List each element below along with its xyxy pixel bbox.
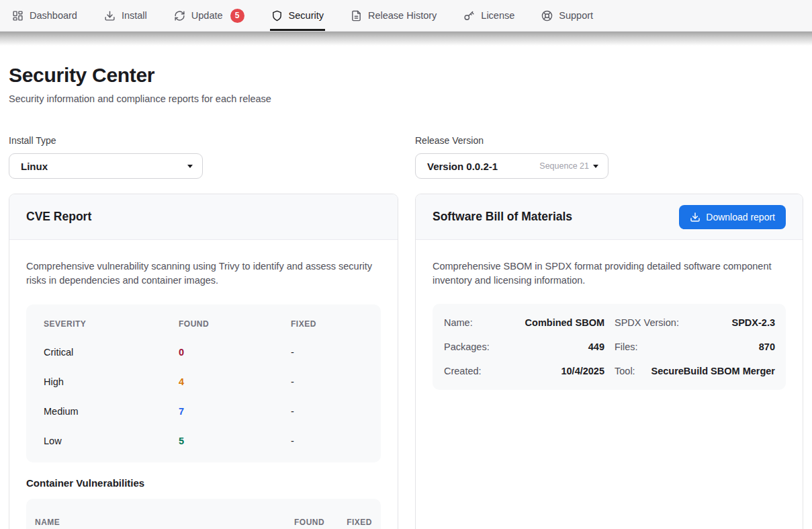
info-label: SPDX Version:: [615, 317, 679, 328]
tab-install-label: Install: [122, 10, 147, 21]
tab-license-label: License: [481, 10, 514, 21]
tab-support-label: Support: [559, 10, 593, 21]
tab-dashboard-label: Dashboard: [30, 10, 77, 21]
dashboard-icon: [12, 10, 24, 22]
release-version-select[interactable]: Version 0.0.2-1 Sequence 21: [415, 153, 608, 179]
release-sequence-label: Sequence 21: [539, 161, 589, 171]
sbom-card-body: Comprehensive SBOM in SPDX format provid…: [416, 240, 803, 407]
fixed-col-header: FIXED: [291, 319, 363, 329]
install-type-filter: Install Type Linux: [9, 135, 398, 179]
install-type-value: Linux: [21, 161, 48, 172]
table-row-high: High 4 -: [26, 367, 381, 397]
info-label: Created:: [444, 366, 482, 376]
fixed-count: -: [291, 406, 363, 417]
info-value: Combined SBOM: [525, 317, 604, 328]
sbom-info-name: Name: Combined SBOM: [444, 311, 604, 335]
info-value: SecureBuild SBOM Merger: [651, 366, 775, 376]
install-type-label: Install Type: [9, 135, 398, 146]
scroll-shade: [0, 32, 812, 46]
filters-row: Install Type Linux Release Version Versi…: [9, 135, 803, 179]
install-type-select[interactable]: Linux: [9, 153, 203, 179]
release-version-label: Release Version: [415, 135, 803, 146]
shield-icon: [271, 10, 283, 22]
found-col-header: FOUND: [179, 319, 291, 329]
sbom-card-header: Software Bill of Materials Download repo…: [416, 194, 803, 240]
severity-label: Low: [44, 436, 179, 446]
cve-description: Comprehensive vulnerability scanning usi…: [26, 259, 377, 288]
info-label: Packages:: [444, 341, 490, 352]
found-count: 0: [179, 347, 291, 358]
release-version-value: Version 0.0.2-1: [427, 161, 498, 172]
sbom-info-grid: Name: Combined SBOM SPDX Version: SPDX-2…: [433, 304, 786, 390]
update-count-badge: 5: [230, 9, 244, 23]
severity-table-header: SEVERITY FOUND FIXED: [26, 310, 381, 337]
security-center-page: Security Center Security information and…: [0, 64, 812, 529]
cve-card-title: CVE Report: [26, 210, 91, 224]
info-value: 449: [588, 341, 604, 352]
found-col-header: FOUND: [294, 518, 324, 527]
cve-report-card: CVE Report Comprehensive vulnerability s…: [9, 194, 398, 529]
info-label: Tool:: [615, 366, 635, 376]
info-value: 870: [759, 341, 775, 352]
found-count: 7: [179, 406, 291, 417]
sbom-info-tool: Tool: SecureBuild SBOM Merger: [615, 359, 775, 383]
info-label: Name:: [444, 317, 473, 328]
fixed-count: -: [291, 376, 363, 387]
tab-support[interactable]: Support: [541, 0, 593, 31]
refresh-icon: [174, 10, 185, 22]
info-label: Files:: [615, 341, 638, 352]
found-count: 5: [179, 436, 291, 446]
file-text-icon: [351, 10, 362, 22]
tab-update[interactable]: Update 5: [174, 0, 244, 31]
fixed-col-header: FIXED: [347, 518, 372, 527]
download-icon: [104, 10, 116, 22]
severity-col-header: SEVERITY: [44, 319, 179, 329]
fixed-count: -: [291, 347, 363, 358]
key-icon: [463, 10, 475, 22]
container-vulnerabilities-table-header: NAME FOUND FIXED: [26, 499, 381, 529]
table-row-medium: Medium 7 -: [26, 397, 381, 426]
sbom-info-spdx-version: SPDX Version: SPDX-2.3: [615, 311, 775, 335]
sbom-info-packages: Packages: 449: [444, 335, 604, 359]
tab-dashboard[interactable]: Dashboard: [12, 0, 77, 31]
table-row-low: Low 5 -: [26, 426, 381, 456]
table-row-critical: Critical 0 -: [26, 337, 381, 367]
release-version-filter: Release Version Version 0.0.2-1 Sequence…: [415, 135, 803, 179]
download-report-button[interactable]: Download report: [679, 205, 786, 229]
cve-card-header: CVE Report: [9, 194, 398, 240]
chevron-down-icon: [593, 165, 598, 168]
info-value: 10/4/2025: [561, 366, 604, 376]
severity-label: Medium: [44, 406, 179, 417]
tab-release-history[interactable]: Release History: [351, 0, 437, 31]
tab-license[interactable]: License: [463, 0, 514, 31]
tab-security[interactable]: Security: [271, 0, 324, 31]
page-subtitle: Security information and compliance repo…: [9, 93, 803, 104]
chevron-down-icon: [187, 165, 193, 168]
severity-table: SEVERITY FOUND FIXED Critical 0 - High 4…: [26, 304, 381, 462]
severity-label: Critical: [44, 347, 179, 358]
download-report-label: Download report: [706, 212, 775, 222]
info-value: SPDX-2.3: [732, 317, 775, 328]
fixed-count: -: [291, 436, 363, 446]
sbom-card: Software Bill of Materials Download repo…: [415, 194, 803, 529]
tab-security-label: Security: [289, 10, 324, 21]
tab-release-history-label: Release History: [368, 10, 437, 21]
sbom-description: Comprehensive SBOM in SPDX format provid…: [433, 259, 776, 288]
tab-install[interactable]: Install: [104, 0, 147, 31]
cve-card-body: Comprehensive vulnerability scanning usi…: [9, 240, 398, 529]
life-buoy-icon: [541, 10, 553, 22]
found-count: 4: [179, 376, 291, 387]
top-nav: Dashboard Install Update 5 Security Rele…: [0, 0, 812, 32]
page-title: Security Center: [9, 64, 803, 87]
container-vulnerabilities-title: Container Vulnerabilities: [26, 477, 381, 489]
severity-label: High: [44, 376, 179, 387]
sbom-info-files: Files: 870: [615, 335, 775, 359]
name-col-header: NAME: [35, 518, 272, 527]
sbom-card-title: Software Bill of Materials: [433, 210, 572, 224]
tab-update-label: Update: [191, 10, 223, 21]
report-cards: CVE Report Comprehensive vulnerability s…: [9, 194, 803, 529]
sbom-info-created: Created: 10/4/2025: [444, 359, 604, 383]
download-icon: [690, 212, 701, 222]
